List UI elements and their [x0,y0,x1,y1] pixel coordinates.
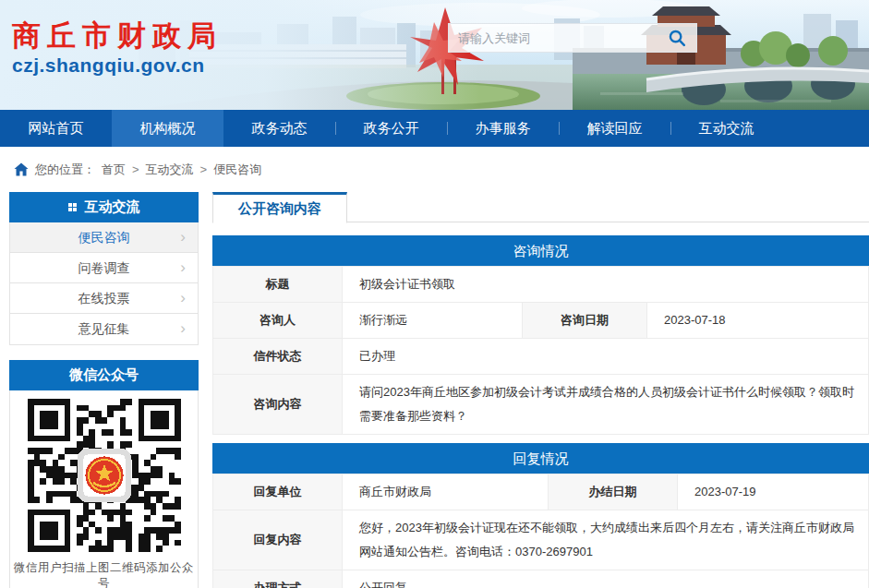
nav-item-organization[interactable]: 机构概况 [112,110,223,147]
chevron-right-icon [180,222,186,252]
inquiry-person-value: 渐行渐远 [343,303,523,339]
site-header: 商丘市财政局 czj.shangqiu.gov.cn [0,0,869,110]
inquiry-content-label: 咨询内容 [213,375,343,435]
breadcrumb-link-home[interactable]: 首页 [102,162,126,178]
breadcrumb-separator: > [132,162,139,176]
breadcrumb-separator: > [200,162,208,176]
reply-unit-label: 回复单位 [213,474,343,510]
table-row: 咨询内容 请问2023年商丘地区参加初级会计考试并成绩合格的人员初级会计证书什么… [213,375,869,435]
breadcrumb-link-interaction[interactable]: 互动交流 [146,162,194,178]
tab-open-consult-content[interactable]: 公开咨询内容 [212,192,347,223]
table-row: 信件状态 已办理 [213,339,869,375]
reply-unit-value: 商丘市财政局 [343,474,549,510]
inquiry-status-value: 已办理 [343,339,869,375]
nav-item-interpretation[interactable]: 解读回应 [559,110,670,147]
chevron-right-icon [180,314,186,343]
table-row: 回复单位 商丘市财政局 办结日期 2023-07-19 [213,474,869,510]
inquiry-section: 咨询情况 标题 初级会计证书领取 咨询人 渐行渐远 咨询日期 2023-07-1… [212,235,869,435]
inquiry-content-value: 请问2023年商丘地区参加初级会计考试并成绩合格的人员初级会计证书什么时候领取？… [343,375,869,435]
nav-item-news[interactable]: 政务动态 [223,110,335,147]
sidebar-item-vote[interactable]: 在线投票 [10,283,198,314]
main-nav: 网站首页 机构概况 政务动态 政务公开 办事服务 解读回应 互动交流 [0,110,869,147]
inquiry-title-label: 标题 [213,267,343,303]
breadcrumb-prefix: 您的位置： [35,162,95,178]
inquiry-date-label: 咨询日期 [523,303,647,339]
main-panel: 公开咨询内容 咨询情况 标题 初级会计证书领取 咨询人 渐行渐远 咨询日期 20… [212,192,869,588]
nav-item-services[interactable]: 办事服务 [447,110,559,147]
sidebar-item-label: 意见征集 [78,321,130,336]
reply-section: 回复情况 回复单位 商丘市财政局 办结日期 2023-07-19 回复内容 您好… [212,443,869,588]
chevron-right-icon [180,283,186,313]
nav-item-home[interactable]: 网站首页 [0,110,112,147]
sidebar: 互动交流 便民咨询 问卷调查 在线投票 意见征集 微信公众号 [9,192,199,588]
breadcrumb: 您的位置： 首页 > 互动交流 > 便民咨询 [0,147,869,192]
search-icon [667,28,687,48]
table-row: 办理方式 公开回复 [213,570,869,588]
site-logo[interactable]: 商丘市财政局 czj.shangqiu.gov.cn [12,20,223,77]
sidebar-item-label: 便民咨询 [78,230,130,245]
sidebar-item-consult[interactable]: 便民咨询 [10,222,198,253]
table-row: 回复内容 您好，2023年初级会计证现在还不能领取，大约成绩出来后四个月左右，请… [213,510,869,570]
wechat-caption: 微信用户扫描上图二维码添加公众号 [10,556,198,588]
search-button[interactable] [658,24,696,52]
site-domain: czj.shangqiu.gov.cn [12,54,223,77]
search-box [448,23,697,53]
reply-content-label: 回复内容 [213,510,343,570]
chevron-right-icon [180,253,186,282]
sidebar-menu-title: 互动交流 [85,198,140,216]
nav-item-gov-disclosure[interactable]: 政务公开 [335,110,447,147]
inquiry-section-title: 咨询情况 [212,235,869,266]
wechat-panel-body: 微信用户扫描上图二维码添加公众号 [9,390,199,588]
breadcrumb-link-consult[interactable]: 便民咨询 [213,162,261,178]
reply-date-value: 2023-07-19 [678,474,869,510]
wechat-panel-header: 微信公众号 [9,360,199,390]
reply-method-label: 办理方式 [213,570,343,588]
nav-item-interaction[interactable]: 互动交流 [670,110,782,147]
search-input[interactable] [449,24,658,52]
sidebar-item-label: 问卷调查 [78,260,130,275]
inquiry-person-label: 咨询人 [213,303,343,339]
tab-bar: 公开咨询内容 [212,192,869,222]
inquiry-table: 标题 初级会计证书领取 咨询人 渐行渐远 咨询日期 2023-07-18 信件状… [212,266,869,435]
sidebar-item-label: 在线投票 [78,291,130,306]
sidebar-menu-header: 互动交流 [9,192,199,222]
site-name: 商丘市财政局 [12,20,223,52]
table-row: 咨询人 渐行渐远 咨询日期 2023-07-18 [213,303,869,339]
sidebar-item-survey[interactable]: 问卷调查 [10,253,198,283]
home-icon [14,162,29,176]
sidebar-item-solicit[interactable]: 意见征集 [10,314,198,344]
inquiry-date-value: 2023-07-18 [647,303,869,339]
reply-method-value: 公开回复 [343,570,869,588]
table-row: 标题 初级会计证书领取 [213,267,869,303]
content-area: 互动交流 便民咨询 问卷调查 在线投票 意见征集 微信公众号 [0,192,869,588]
reply-content-value: 您好，2023年初级会计证现在还不能领取，大约成绩出来后四个月左右，请关注商丘市… [343,510,869,570]
sidebar-menu: 便民咨询 问卷调查 在线投票 意见征集 [9,222,199,345]
inquiry-status-label: 信件状态 [213,339,343,375]
wechat-panel-title: 微信公众号 [69,366,139,384]
wechat-qr-code [28,399,181,552]
reply-table: 回复单位 商丘市财政局 办结日期 2023-07-19 回复内容 您好，2023… [212,474,869,588]
inquiry-title-value: 初级会计证书领取 [343,267,869,303]
grid-icon [68,203,77,211]
reply-section-title: 回复情况 [212,443,869,474]
reply-date-label: 办结日期 [549,474,678,510]
